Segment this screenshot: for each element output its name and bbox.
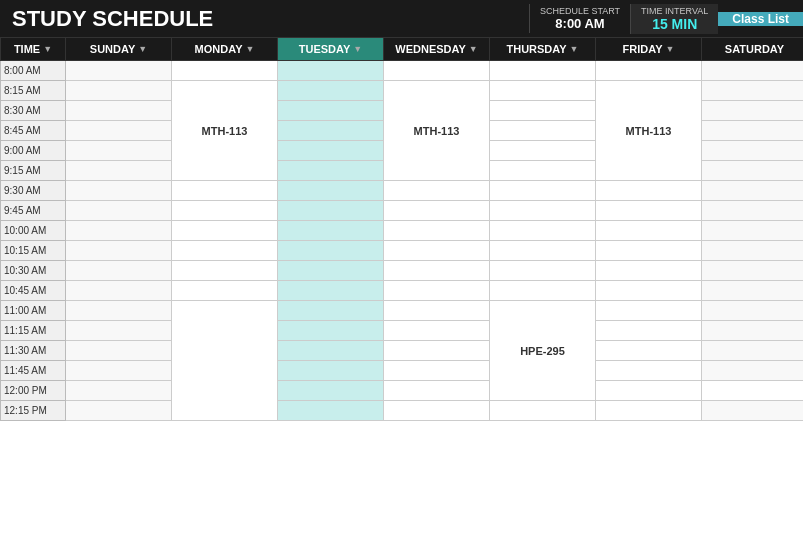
sunday-cell[interactable]: [66, 381, 172, 401]
friday-cell[interactable]: [596, 61, 702, 81]
thursday-cell[interactable]: [490, 181, 596, 201]
sunday-cell[interactable]: [66, 181, 172, 201]
tuesday-cell[interactable]: [278, 341, 384, 361]
thursday-cell[interactable]: [490, 401, 596, 421]
tuesday-cell[interactable]: [278, 81, 384, 101]
friday-cell[interactable]: [596, 261, 702, 281]
monday-cell[interactable]: [172, 61, 278, 81]
thursday-cell[interactable]: [490, 261, 596, 281]
tuesday-cell[interactable]: [278, 141, 384, 161]
sunday-cell[interactable]: [66, 121, 172, 141]
sunday-cell[interactable]: [66, 161, 172, 181]
col-header-saturday[interactable]: SATURDAY: [702, 38, 804, 61]
wednesday-cell[interactable]: [384, 321, 490, 341]
sunday-cell[interactable]: [66, 261, 172, 281]
col-header-tuesday[interactable]: TUESDAY ▼: [278, 38, 384, 61]
saturday-cell[interactable]: [702, 281, 804, 301]
col-header-wednesday[interactable]: WEDNESDAY ▼: [384, 38, 490, 61]
time-dropdown-icon[interactable]: ▼: [43, 44, 52, 54]
mth113-monday-block[interactable]: MTH-113: [172, 81, 278, 181]
monday-dropdown-icon[interactable]: ▼: [245, 44, 254, 54]
saturday-cell[interactable]: [702, 341, 804, 361]
tuesday-cell[interactable]: [278, 101, 384, 121]
thursday-cell[interactable]: [490, 101, 596, 121]
wednesday-cell[interactable]: [384, 201, 490, 221]
thursday-cell[interactable]: [490, 161, 596, 181]
sunday-cell[interactable]: [66, 221, 172, 241]
saturday-cell[interactable]: [702, 401, 804, 421]
tuesday-cell[interactable]: [278, 361, 384, 381]
thursday-cell[interactable]: [490, 241, 596, 261]
friday-cell[interactable]: [596, 361, 702, 381]
wednesday-cell[interactable]: [384, 61, 490, 81]
friday-cell[interactable]: [596, 221, 702, 241]
tuesday-cell[interactable]: [278, 241, 384, 261]
tuesday-cell[interactable]: [278, 61, 384, 81]
tuesday-cell[interactable]: [278, 321, 384, 341]
tuesday-dropdown-icon[interactable]: ▼: [353, 44, 362, 54]
thursday-cell[interactable]: [490, 281, 596, 301]
col-header-thursday[interactable]: THURSDAY ▼: [490, 38, 596, 61]
sunday-dropdown-icon[interactable]: ▼: [138, 44, 147, 54]
thursday-cell[interactable]: [490, 221, 596, 241]
sunday-cell[interactable]: [66, 321, 172, 341]
col-header-monday[interactable]: MONDAY ▼: [172, 38, 278, 61]
wednesday-cell[interactable]: [384, 401, 490, 421]
wednesday-cell[interactable]: [384, 361, 490, 381]
friday-cell[interactable]: [702, 381, 804, 401]
thursday-cell[interactable]: [490, 121, 596, 141]
monday-cell[interactable]: [172, 201, 278, 221]
wednesday-cell[interactable]: [384, 241, 490, 261]
wednesday-cell[interactable]: [384, 261, 490, 281]
tuesday-cell[interactable]: [278, 261, 384, 281]
saturday-cell[interactable]: [702, 141, 804, 161]
sunday-cell[interactable]: [66, 81, 172, 101]
monday-cell[interactable]: [172, 181, 278, 201]
tuesday-cell[interactable]: [278, 401, 384, 421]
thursday-cell[interactable]: [490, 201, 596, 221]
saturday-cell[interactable]: [702, 321, 804, 341]
sunday-cell[interactable]: [66, 61, 172, 81]
wednesday-cell[interactable]: [384, 281, 490, 301]
saturday-cell[interactable]: [702, 101, 804, 121]
friday-cell[interactable]: [596, 201, 702, 221]
saturday-cell[interactable]: [702, 301, 804, 321]
saturday-cell[interactable]: [702, 241, 804, 261]
hpe295-thursday-block[interactable]: HPE-295: [490, 301, 596, 401]
tuesday-cell[interactable]: [278, 381, 384, 401]
sunday-cell[interactable]: [66, 141, 172, 161]
thursday-dropdown-icon[interactable]: ▼: [570, 44, 579, 54]
tuesday-cell[interactable]: [278, 181, 384, 201]
friday-cell[interactable]: [596, 401, 702, 421]
col-header-sunday[interactable]: SUNDAY ▼: [66, 38, 172, 61]
thursday-cell[interactable]: [490, 141, 596, 161]
wednesday-cell[interactable]: [384, 181, 490, 201]
friday-cell[interactable]: [596, 281, 702, 301]
thursday-cell[interactable]: [490, 81, 596, 101]
saturday-cell[interactable]: [702, 161, 804, 181]
saturday-cell[interactable]: [702, 361, 804, 381]
saturday-cell[interactable]: [702, 121, 804, 141]
tuesday-cell[interactable]: [278, 201, 384, 221]
monday-cell[interactable]: [172, 261, 278, 281]
class-list-button[interactable]: Class List: [718, 12, 803, 26]
col-header-friday[interactable]: FRIDAY ▼: [596, 38, 702, 61]
thursday-cell[interactable]: [596, 381, 702, 401]
mth113-wednesday-block[interactable]: MTH-113: [384, 81, 490, 181]
wednesday-cell[interactable]: [384, 221, 490, 241]
sunday-cell[interactable]: [66, 201, 172, 221]
sunday-cell[interactable]: [66, 301, 172, 321]
hpe295-tuesday-block[interactable]: HPE-295: [172, 301, 278, 421]
monday-cell[interactable]: [172, 241, 278, 261]
col-header-time[interactable]: TIME ▼: [1, 38, 66, 61]
tuesday-cell[interactable]: [278, 281, 384, 301]
tuesday-cell[interactable]: [278, 161, 384, 181]
tuesday-cell[interactable]: [278, 221, 384, 241]
friday-dropdown-icon[interactable]: ▼: [666, 44, 675, 54]
sunday-cell[interactable]: [66, 101, 172, 121]
saturday-cell[interactable]: [702, 61, 804, 81]
monday-cell[interactable]: [172, 221, 278, 241]
sunday-cell[interactable]: [66, 401, 172, 421]
wednesday-cell[interactable]: [384, 301, 490, 321]
thursday-cell[interactable]: [490, 61, 596, 81]
